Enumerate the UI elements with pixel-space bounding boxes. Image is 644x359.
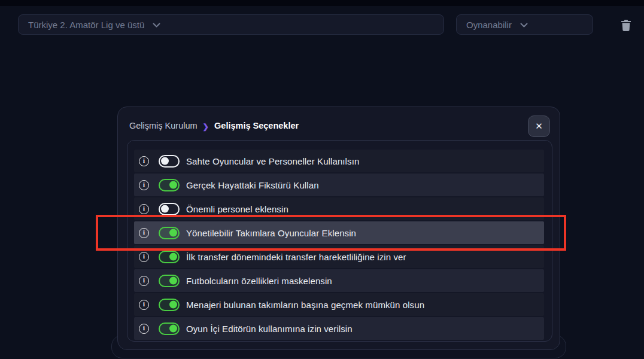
option-row[interactable]: i Menajeri bulunan takımların başına geç… (134, 293, 544, 316)
option-row[interactable]: i İlk transfer dönemindeki transfer hare… (134, 245, 544, 268)
toggle-knob (169, 181, 177, 189)
league-filter-dropdown[interactable]: Türkiye 2. Amatör Lig ve üstü (18, 14, 444, 35)
option-row[interactable]: i Futbolcuların özellikleri maskelensin (134, 269, 544, 292)
option-label: Oyun İçi Editörün kullanımına izin veril… (186, 324, 353, 334)
toggle-knob (161, 157, 169, 165)
toggle-knob (169, 325, 177, 333)
league-filter-value: Türkiye 2. Amatör Lig ve üstü (28, 20, 144, 30)
option-row[interactable]: i Oyun İçi Editörün kullanımına izin ver… (134, 317, 544, 340)
toggle-knob (169, 229, 177, 237)
toggle-switch[interactable] (159, 323, 180, 335)
chevron-down-icon (153, 23, 160, 28)
breadcrumb: Gelişmiş Kurulum ❯ Gelişmiş Seçenekler (129, 121, 299, 130)
toggle-switch[interactable] (159, 179, 180, 191)
playable-filter-dropdown[interactable]: Oynanabilir (456, 14, 593, 35)
option-label: Yönetilebilir Takımlara Oyuncular Eklens… (186, 228, 356, 238)
advanced-options-modal: Gelişmiş Kurulum ❯ Gelişmiş Seçenekler ✕… (117, 107, 560, 350)
delete-button[interactable] (619, 19, 633, 34)
info-icon[interactable]: i (139, 252, 149, 262)
toggle-knob (169, 277, 177, 285)
option-row[interactable]: i Gerçek Hayattaki Fikstürü Kullan (134, 174, 544, 196)
toggle-knob (169, 253, 177, 261)
toggle-switch[interactable] (159, 203, 180, 215)
playable-filter-value: Oynanabilir (466, 20, 512, 30)
toggle-switch[interactable] (159, 227, 180, 239)
info-icon[interactable]: i (139, 324, 149, 334)
breadcrumb-parent[interactable]: Gelişmiş Kurulum (129, 121, 198, 130)
option-row[interactable]: i Önemli personel eklensin (134, 197, 544, 220)
breadcrumb-chevron-icon: ❯ (203, 121, 209, 130)
info-icon[interactable]: i (139, 276, 149, 286)
option-label: Gerçek Hayattaki Fikstürü Kullan (186, 180, 319, 190)
info-icon[interactable]: i (139, 228, 149, 238)
toggle-knob (161, 205, 169, 213)
breadcrumb-current: Gelişmiş Seçenekler (214, 121, 299, 130)
toggle-switch[interactable] (159, 275, 180, 287)
info-icon[interactable]: i (139, 300, 149, 310)
close-button[interactable]: ✕ (528, 115, 550, 137)
option-label: Önemli personel eklensin (186, 204, 288, 214)
info-icon[interactable]: i (139, 204, 149, 214)
toggle-switch[interactable] (159, 251, 180, 263)
chevron-down-icon (520, 23, 528, 28)
option-label: Menajeri bulunan takımların başına geçme… (186, 300, 424, 310)
window-chrome-strip (0, 0, 644, 6)
close-icon: ✕ (535, 121, 543, 132)
option-row[interactable]: i Sahte Oyuncular ve Personeller Kullanı… (134, 150, 544, 172)
option-row[interactable]: i Yönetilebilir Takımlara Oyuncular Ekle… (134, 221, 544, 244)
option-label: İlk transfer dönemindeki transfer hareke… (186, 252, 406, 262)
toggle-switch[interactable] (159, 299, 180, 311)
info-icon[interactable]: i (139, 156, 149, 166)
modal-header: Gelişmiş Kurulum ❯ Gelişmiş Seçenekler (118, 107, 560, 144)
option-label: Futbolcuların özellikleri maskelensin (186, 276, 332, 286)
toggle-knob (169, 301, 177, 309)
info-icon[interactable]: i (139, 180, 149, 190)
option-label: Sahte Oyuncular ve Personeller Kullanıls… (186, 156, 359, 166)
toggle-switch[interactable] (159, 155, 180, 168)
options-list: i Sahte Oyuncular ve Personeller Kullanı… (127, 140, 552, 342)
trash-icon (621, 20, 631, 34)
